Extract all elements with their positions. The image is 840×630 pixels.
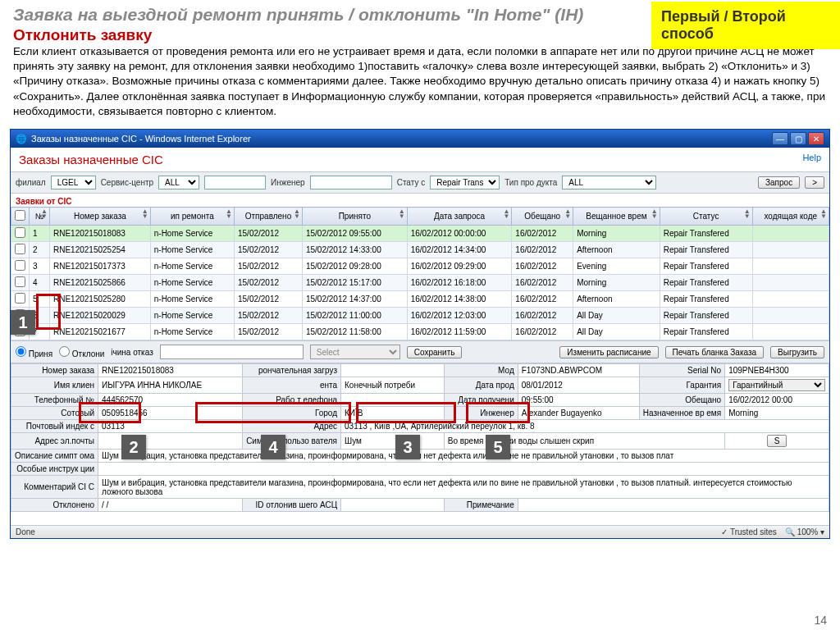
serial-label: Serial No <box>639 364 724 377</box>
minimize-button[interactable]: — <box>772 132 788 145</box>
reason-label: ічина отказ <box>111 348 153 357</box>
accept-radio-label[interactable]: Приня <box>16 346 52 358</box>
table-row[interactable]: 3RNE120215017373n-Home Service15/02/2012… <box>11 258 829 275</box>
reason-input[interactable] <box>160 345 304 359</box>
page-header: Заказы назначенные CIC Help <box>11 148 829 171</box>
table-row[interactable]: 5RNE120215025280n-Home Service15/02/2012… <box>11 291 829 308</box>
row-checkbox[interactable] <box>15 260 25 271</box>
row-checkbox[interactable] <box>15 244 25 254</box>
action-bar: Приня Отклони ічина отказ Select Сохрани… <box>11 340 829 363</box>
col-accepted[interactable]: Принято▲▼ <box>302 208 407 226</box>
trusted-sites: ✓ Trusted sites <box>721 527 776 536</box>
service-label: Сервис-центр <box>101 178 153 187</box>
service-select[interactable]: ALL <box>158 176 199 189</box>
col-reqdate[interactable]: Дата запроса▲▼ <box>407 208 512 226</box>
warranty-select[interactable]: Гарантийный <box>728 379 825 391</box>
table-row[interactable]: 6RNE120215020029n-Home Service15/02/2012… <box>11 308 829 324</box>
prom-time-label: Назначенное вр емя <box>639 407 724 420</box>
note-label: Примечание <box>444 499 518 512</box>
cic-comment-label: Комментарий CI C <box>11 476 98 499</box>
reject-radio[interactable] <box>59 346 70 357</box>
postal-label: Почтовый индек с <box>11 420 98 433</box>
cic-comment-value: Шум и вибрация, установка представители … <box>98 476 829 499</box>
serial-value: 109PNEB4H300 <box>725 364 829 377</box>
cic-label: Заявки от CIC <box>11 194 829 207</box>
col-sent[interactable]: Отправлено▲▼ <box>235 208 303 226</box>
phone-value: 444562570 <box>98 394 243 407</box>
schedule-button[interactable]: Изменить расписание <box>559 346 658 358</box>
callout-1: 1 <box>11 310 35 335</box>
postal-value: 03113 <box>98 420 243 433</box>
address-value: 03113 , Київ ,UA, Артилерийский переулок… <box>341 420 829 433</box>
instr-label: Особые инструк ции <box>11 463 98 476</box>
rejected-label: Отклонено <box>11 499 98 512</box>
engineer-input[interactable] <box>310 176 392 189</box>
final-label: рончательная загруз <box>243 364 341 377</box>
ie-statusbar: Done ✓ Trusted sites 🔍 100% ▾ <box>11 525 829 538</box>
accept-radio[interactable] <box>16 346 26 357</box>
status-done: Done <box>16 527 35 536</box>
sale-date-value: 08/01/2012 <box>518 377 639 394</box>
ie-titlebar: 🌐 Заказы назначенные CIC - Windows Inter… <box>11 130 829 148</box>
print-button[interactable]: Печать бланка Заказа <box>665 346 764 358</box>
rejected-value: / / <box>98 499 243 512</box>
maximize-button[interactable]: ▢ <box>790 132 806 145</box>
city-label: Город <box>243 407 341 420</box>
order-no-label: Номер заказа <box>11 364 98 377</box>
col-code[interactable]: ходящая коде▲▼ <box>752 208 829 226</box>
row-checkbox[interactable] <box>15 227 25 238</box>
user-symptom-label: Симптом пользо вателя <box>243 433 341 450</box>
reject-radio-label[interactable]: Отклони <box>59 346 104 358</box>
engineer-value: Alexander Bugayenko <box>518 407 639 420</box>
filial-select[interactable]: LGEL <box>51 176 96 189</box>
page-title: Заказы назначенные CIC <box>19 153 163 167</box>
table-row[interactable]: 2RNE120215025254n-Home Service15/02/2012… <box>11 242 829 258</box>
filter-bar: филиал LGEL Сервис-центр ALL Инженер Ста… <box>11 171 829 194</box>
table-row[interactable]: 4RNE120215025866n-Home Service15/02/2012… <box>11 275 829 291</box>
sale-date-label: Дата прод <box>444 377 518 394</box>
col-type[interactable]: ип ремонта▲▼ <box>150 208 234 226</box>
model-label: Мод <box>444 364 518 377</box>
col-promised[interactable]: Обещано▲▼ <box>512 208 573 226</box>
phone-label: Телефонный № <box>11 394 98 407</box>
col-status[interactable]: Статус▲▼ <box>660 208 752 226</box>
window-title: Заказы назначенные CIC - Windows Interne… <box>31 134 251 144</box>
repair-type-value: Конечный потреби <box>341 377 445 394</box>
warranty-label: Гарантия <box>639 377 724 394</box>
reason-select[interactable]: Select <box>310 345 400 359</box>
row-checkbox[interactable] <box>15 276 25 287</box>
request-button[interactable]: Запрос <box>758 176 800 189</box>
help-link[interactable]: Help <box>802 153 821 167</box>
select-all-checkbox[interactable] <box>15 210 25 221</box>
close-button[interactable]: ✕ <box>808 132 824 145</box>
zoom-level[interactable]: 🔍 100% ▾ <box>785 527 824 536</box>
client-name-value: ИЫГУРА ИННА НИКОЛАЕ <box>98 377 243 394</box>
save-button[interactable]: Сохранить <box>407 346 463 358</box>
ie-window: 🌐 Заказы назначенные CIC - Windows Inter… <box>10 129 830 539</box>
service-input[interactable] <box>204 176 266 189</box>
mobile-value: 0509518456 <box>98 407 243 420</box>
col-num[interactable]: №▲▼ <box>30 208 50 226</box>
s-button[interactable]: S <box>767 435 788 447</box>
product-select[interactable]: ALL <box>562 176 656 189</box>
symptom-desc-label: Описание симпт ома <box>11 450 98 463</box>
promised-value: 16/02/2012 00:00 <box>725 394 829 407</box>
table-row[interactable]: 7RNE120215021677n-Home Service15/02/2012… <box>11 324 829 340</box>
email-label: Адрес эл.почты <box>11 433 98 450</box>
order-table: №▲▼ Номер заказа▲▼ ип ремонта▲▼ Отправле… <box>11 207 829 340</box>
table-row[interactable]: 1RNE120215018083n-Home Service15/02/2012… <box>11 226 829 242</box>
receive-date-value: 09:55:00 <box>518 394 639 407</box>
status-select[interactable]: Repair Transf <box>430 176 500 189</box>
engineer-label: Инженер <box>271 178 305 187</box>
engineer-label: Инженер <box>444 407 518 420</box>
slide-title: Заявка на выездной ремонт принять / откл… <box>13 5 583 25</box>
col-order[interactable]: Номер заказа▲▼ <box>50 208 151 226</box>
user-symptom-value: Шум <box>341 433 445 450</box>
row-checkbox[interactable] <box>15 293 25 304</box>
arrow-button[interactable]: > <box>805 176 824 189</box>
col-promtime[interactable]: Вещанное врем▲▼ <box>573 208 660 226</box>
export-button[interactable]: Выгрузить <box>770 346 824 358</box>
mobile-label: Сотовый <box>11 407 98 420</box>
repair-type-label: ента <box>243 377 341 394</box>
city-value: КИЇВ <box>341 407 445 420</box>
